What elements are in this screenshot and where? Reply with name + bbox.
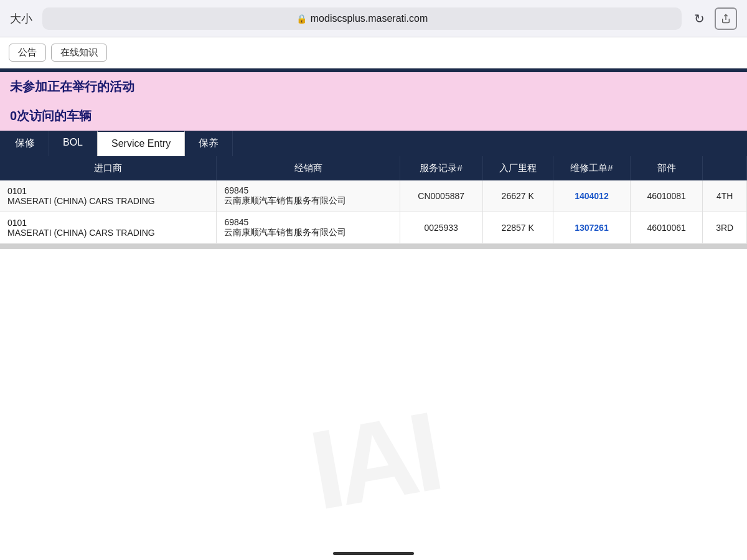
cell-importer: 0101 MASERATI (CHINA) CARS TRADING bbox=[0, 212, 217, 244]
col-importer: 进口商 bbox=[0, 156, 217, 180]
lock-icon: 🔒 bbox=[296, 14, 307, 24]
col-service-record: 服务记录# bbox=[400, 156, 482, 180]
col-mileage: 入厂里程 bbox=[482, 156, 553, 180]
cell-workorder[interactable]: 1307261 bbox=[553, 212, 630, 244]
tab-warranty[interactable]: 保修 bbox=[0, 131, 49, 156]
share-icon[interactable] bbox=[715, 7, 737, 30]
url-text: modiscsplus.maserati.com bbox=[311, 13, 428, 24]
col-parts: 部件 bbox=[631, 156, 703, 180]
home-indicator bbox=[333, 552, 414, 555]
col-extra bbox=[703, 156, 747, 180]
watermark-text: IAI bbox=[301, 386, 446, 535]
browser-bar: 大小 🔒 modiscsplus.maserati.com ↻ bbox=[0, 0, 747, 37]
tabs-section: 保修 BOL Service Entry 保养 进口商 经销商 服务记录# 入厂… bbox=[0, 131, 747, 244]
url-bar[interactable]: 🔒 modiscsplus.maserati.com bbox=[42, 7, 682, 30]
service-entry-table: 进口商 经销商 服务记录# 入厂里程 维修工单# 部件 0101 MASERAT… bbox=[0, 156, 747, 244]
col-workorder: 维修工单# bbox=[553, 156, 630, 180]
refresh-icon[interactable]: ↻ bbox=[694, 11, 705, 26]
cell-extra: 3RD bbox=[703, 212, 747, 244]
cell-service-record: 0025933 bbox=[400, 212, 482, 244]
cell-parts: 46010081 bbox=[631, 180, 703, 212]
cell-workorder[interactable]: 1404012 bbox=[553, 180, 630, 212]
nav-btn-knowledge[interactable]: 在线知识 bbox=[51, 44, 107, 62]
cell-parts: 46010061 bbox=[631, 212, 703, 244]
tab-service-entry[interactable]: Service Entry bbox=[97, 131, 185, 156]
cell-importer: 0101 MASERATI (CHINA) CARS TRADING bbox=[0, 180, 217, 212]
gray-divider bbox=[0, 244, 747, 249]
table-row: 0101 MASERATI (CHINA) CARS TRADING 69845… bbox=[0, 212, 747, 244]
cell-dealer: 69845 云南康顺汽车销售服务有限公司 bbox=[217, 180, 400, 212]
page-content: 公告 在线知识 未参加正在举行的活动 0次访问的车辆 保修 BOL Servic… bbox=[0, 37, 747, 560]
pink-banners: 未参加正在举行的活动 0次访问的车辆 bbox=[0, 72, 747, 131]
cell-service-record: CN0005887 bbox=[400, 180, 482, 212]
pink-banner-2: 0次访问的车辆 bbox=[0, 101, 747, 131]
nav-buttons: 公告 在线知识 bbox=[0, 37, 747, 68]
table-header-row: 进口商 经销商 服务记录# 入厂里程 维修工单# 部件 bbox=[0, 156, 747, 180]
tabs-header: 保修 BOL Service Entry 保养 bbox=[0, 131, 747, 156]
cell-mileage: 26627 K bbox=[482, 180, 553, 212]
table-row: 0101 MASERATI (CHINA) CARS TRADING 69845… bbox=[0, 180, 747, 212]
size-label: 大小 bbox=[10, 11, 35, 26]
cell-dealer: 69845 云南康顺汽车销售服务有限公司 bbox=[217, 212, 400, 244]
col-dealer: 经销商 bbox=[217, 156, 400, 180]
watermark: IAI bbox=[0, 361, 747, 560]
tab-maintenance[interactable]: 保养 bbox=[185, 131, 233, 156]
tab-bol[interactable]: BOL bbox=[49, 131, 97, 156]
cell-mileage: 22857 K bbox=[482, 212, 553, 244]
cell-extra: 4TH bbox=[703, 180, 747, 212]
pink-banner-1: 未参加正在举行的活动 bbox=[0, 72, 747, 101]
nav-btn-announcement[interactable]: 公告 bbox=[9, 44, 46, 62]
